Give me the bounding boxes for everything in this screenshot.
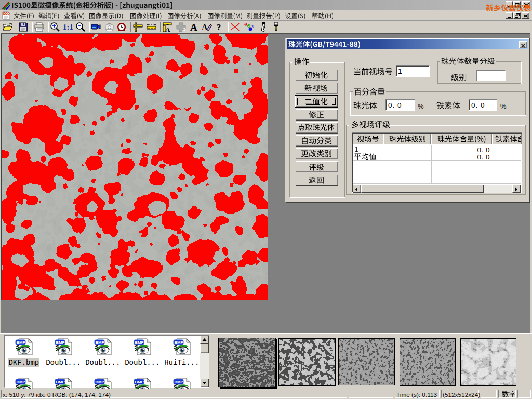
svg-text:1:1: 1:1 [63,23,73,31]
svg-text:1: 1 [245,23,247,26]
svg-text:?: ? [217,22,221,32]
svg-text:DOC: DOC [3,12,9,15]
svg-text:A: A [165,25,170,32]
svg-text:A: A [190,22,197,32]
svg-text:3: 3 [251,25,254,29]
